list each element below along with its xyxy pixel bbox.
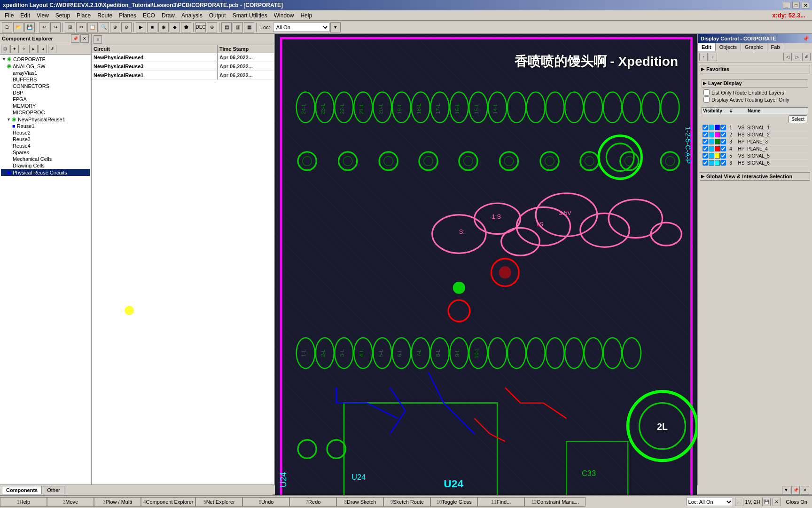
tree-item-buffers[interactable]: BUFFERS xyxy=(1,76,90,83)
menu-setup[interactable]: Setup xyxy=(53,11,73,20)
tree-item-microproc[interactable]: MICROPROC xyxy=(1,109,90,116)
layer-cb2-1[interactable] xyxy=(720,125,726,130)
pcb-view[interactable]: 24-L 23-L 22-L 21-L 20-L 19-L 18-L 17-L … xyxy=(275,34,697,508)
close-button[interactable]: ✕ xyxy=(802,2,809,8)
tree-item-reuse1[interactable]: ■ Reuse1 xyxy=(1,123,90,129)
tb-btn6[interactable]: 🔍 xyxy=(99,22,109,32)
tb-btn18[interactable]: ▦ xyxy=(244,22,254,32)
msg-close[interactable]: ✕ xyxy=(801,486,809,494)
tree-item-mechanical-cells[interactable]: Mechanical Cells xyxy=(1,156,90,162)
rt-btn3[interactable]: ◁ xyxy=(783,53,792,61)
status-move[interactable]: 2 Move xyxy=(47,497,94,507)
tab-edit[interactable]: Edit xyxy=(698,43,716,51)
tb-open[interactable]: 📂 xyxy=(13,22,23,32)
rt-btn1[interactable]: ↑ xyxy=(699,53,708,61)
layer-route-only-cb[interactable] xyxy=(703,89,710,95)
tb-btn7[interactable]: ⊕ xyxy=(110,22,120,32)
tb-loc-btn[interactable]: ▼ xyxy=(330,22,341,32)
layer-cb-3[interactable] xyxy=(703,139,708,144)
layer-cb-4[interactable] xyxy=(703,146,708,151)
tree-item-fpga[interactable]: FPGA xyxy=(1,96,90,103)
layer-cb-1[interactable] xyxy=(703,125,708,130)
status-net-explorer[interactable]: 5 Net Explorer xyxy=(195,497,242,507)
menu-planes[interactable]: Planes xyxy=(116,11,139,20)
explorer-tb6[interactable]: ↺ xyxy=(48,45,56,53)
explorer-close[interactable]: ✕ xyxy=(80,34,89,43)
tree-item-reuse2[interactable]: Reuse2 xyxy=(1,129,90,136)
explorer-pin[interactable]: 📌 xyxy=(71,34,79,43)
status-save-btn[interactable]: 💾 xyxy=(762,498,771,506)
tb-btn5[interactable]: 📋 xyxy=(87,22,98,32)
status-plow[interactable]: 3 Plow / Multi xyxy=(94,497,141,507)
window-controls[interactable]: _ □ ✕ xyxy=(783,2,809,8)
layer-active-only-cb[interactable] xyxy=(703,96,710,103)
favorites-header[interactable]: ▶ Favorites xyxy=(700,65,810,73)
tab-fab[interactable]: Fab xyxy=(767,43,784,51)
tab-graphic[interactable]: Graphic xyxy=(741,43,767,51)
status-help[interactable]: 1 Help xyxy=(0,497,47,507)
loc-select-status[interactable]: Loc: All On xyxy=(686,498,733,506)
status-close-btn[interactable]: ✕ xyxy=(773,498,781,506)
status-redo[interactable]: 7 Redo xyxy=(289,497,336,507)
rt-btn4[interactable]: ▷ xyxy=(793,53,801,61)
layer-cb2-3[interactable] xyxy=(720,139,726,144)
rt-btn5[interactable]: ↺ xyxy=(802,53,811,61)
maximize-button[interactable]: □ xyxy=(792,2,800,8)
layer-cb-6[interactable] xyxy=(703,160,708,166)
tab-other[interactable]: Other xyxy=(43,486,64,494)
circuit-row[interactable]: NewPhysicalReuse1 Apr 06,2022... xyxy=(92,71,274,80)
status-toggle-gloss[interactable]: 10 Toggle Gloss xyxy=(430,497,477,507)
display-control-pin[interactable]: 📌 xyxy=(803,36,809,42)
layer-cb-2[interactable] xyxy=(703,132,708,137)
tb-new[interactable]: 🗋 xyxy=(2,22,12,32)
tb-redo[interactable]: ↪ xyxy=(50,22,61,32)
tb-btn11[interactable]: ◉ xyxy=(158,22,169,32)
tb-btn9[interactable]: ▶ xyxy=(136,22,146,32)
tree-item-physical-reuse-circuits[interactable]: ◉ Physical Reuse Circuits xyxy=(1,169,90,176)
pcb-canvas-area[interactable]: 香喷喷的馒头啊 - Xpedition xyxy=(275,34,697,508)
loc-dropdown[interactable]: All On xyxy=(273,23,329,32)
tree-item-reuse4[interactable]: Reuse4 xyxy=(1,143,90,149)
tb-btn15[interactable]: ⊛ xyxy=(207,22,217,32)
tree-item-analog_sw[interactable]: ◉ ANALOG_SW xyxy=(1,63,90,70)
layer-display-header[interactable]: ▶ Layer Display xyxy=(702,79,808,87)
status-find[interactable]: 11 Find... xyxy=(477,497,524,507)
msg-minimize[interactable]: ▼ xyxy=(782,486,790,494)
explorer-tb3[interactable]: ✧ xyxy=(20,45,28,53)
layer-cb2-5[interactable] xyxy=(720,153,726,159)
tree-item-corporate[interactable]: ▼ ◉ CORPORATE xyxy=(1,56,90,63)
menu-analysis[interactable]: Analysis xyxy=(179,11,205,20)
tb-btn16[interactable]: ▤ xyxy=(221,22,232,32)
msg-pin[interactable]: 📌 xyxy=(791,486,800,494)
explorer-tb4[interactable]: ▸ xyxy=(29,45,38,53)
menu-file[interactable]: File xyxy=(2,11,16,20)
status-constraint[interactable]: 12 Constraint Mana... xyxy=(524,497,586,507)
tb-btn12[interactable]: ◆ xyxy=(170,22,180,32)
tree-item-reuse3[interactable]: Reuse3 xyxy=(1,136,90,143)
status-undo[interactable]: 6 Undo xyxy=(242,497,289,507)
layer-cb2-4[interactable] xyxy=(720,146,726,151)
status-draw-sketch[interactable]: 8 Draw Sketch xyxy=(336,497,383,507)
layer-cb-5[interactable] xyxy=(703,153,708,159)
menu-smart-utilities[interactable]: Smart Utilities xyxy=(230,11,270,20)
tree-item-arrayvias1[interactable]: arrayVias1 xyxy=(1,70,90,76)
menu-route[interactable]: Route xyxy=(94,11,115,20)
tb-btn4[interactable]: ✂ xyxy=(76,22,86,32)
tree-item-spares[interactable]: Spares xyxy=(1,149,90,156)
layer-cb2-6[interactable] xyxy=(720,160,726,166)
status-comp-explorer[interactable]: 4 Component Explorer xyxy=(141,497,195,507)
circuit-row[interactable]: NewPhysicalReuse4 Apr 06,2022... xyxy=(92,53,274,62)
menu-edit[interactable]: Edit xyxy=(17,11,33,20)
tb-save[interactable]: 💾 xyxy=(24,22,35,32)
select-button[interactable]: Select xyxy=(789,115,807,123)
menu-eco[interactable]: ECO xyxy=(140,11,158,20)
menu-view[interactable]: View xyxy=(34,11,52,20)
menu-output[interactable]: Output xyxy=(206,11,229,20)
tab-components[interactable]: Components xyxy=(2,486,42,494)
explorer-tb1[interactable]: ⊞ xyxy=(1,45,9,53)
global-view-header[interactable]: ▶ Global View & Interactive Selection xyxy=(700,172,810,181)
tree-item-connectors[interactable]: CONNECTORS xyxy=(1,83,90,89)
circuit-row[interactable]: NewPhysicalReuse3 Apr 06,2022... xyxy=(92,62,274,71)
explorer-tb5[interactable]: ◂ xyxy=(39,45,47,53)
rt-btn2[interactable]: ↓ xyxy=(709,53,717,61)
